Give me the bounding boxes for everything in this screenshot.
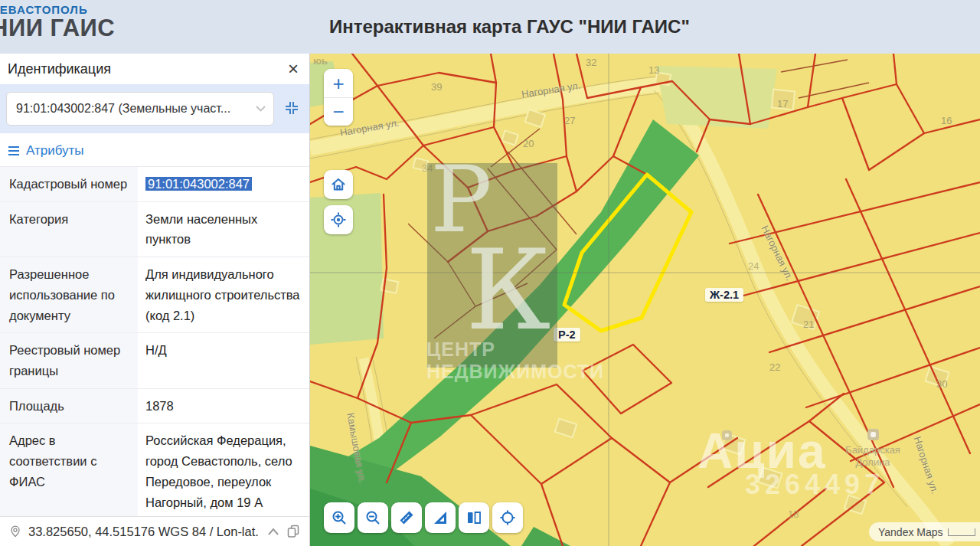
place-label: Байдарская Долина: [840, 444, 906, 469]
zoom-in-box-button[interactable]: [324, 502, 354, 533]
panel-header: Идентификация ×: [0, 54, 309, 84]
selected-cadastral-number: 91:01:043002:847: [145, 177, 252, 191]
parcel-number: 32: [586, 57, 596, 68]
area-measure-button[interactable]: [425, 502, 456, 533]
attr-value: 91:01:043002:847: [138, 167, 309, 201]
table-row: Категория Земли населенных пунктов: [0, 202, 309, 257]
map-canvas[interactable]: Нагорная ул. Нагорная ул. Нагорная ул. Н…: [310, 54, 980, 546]
coordinates-bar: 33.825650, 44.515176 WGS 84 / Lon-lat...: [0, 516, 309, 546]
chevron-down-icon: [256, 106, 266, 113]
watermark-letter: К: [466, 226, 550, 355]
list-icon: [8, 145, 20, 156]
coordinates-text: 33.825650, 44.515176 WGS 84 / Lon-lat...: [28, 525, 260, 539]
app-logo: СЕВАСТОПОЛЬ НИИ ГАИС: [0, 4, 115, 41]
home-icon: [330, 176, 347, 193]
attributes-link[interactable]: Атрибуты: [0, 133, 309, 166]
scale-bar: [948, 528, 975, 536]
center-map-button[interactable]: [492, 502, 523, 533]
ruler-button[interactable]: [391, 502, 422, 533]
set-square-icon: [432, 509, 449, 526]
parcel-number: 13: [648, 64, 659, 76]
parcel-number: 21: [803, 319, 814, 330]
watermark-caption: ЦЕНТР НЕДВИЖИМОСТИ: [426, 338, 618, 383]
feature-select-value: 91:01:043002:847 (Земельные участ...: [16, 102, 256, 116]
parcel-number: 20: [523, 138, 534, 149]
attributes-link-label: Атрибуты: [26, 143, 84, 159]
magnifier-plus-icon: [331, 509, 348, 526]
map-attribution: Yandex Maps: [869, 522, 980, 541]
attr-label: Категория: [0, 202, 138, 257]
partial-map-label: юь: [313, 55, 328, 67]
parcel-number: 16: [941, 115, 952, 126]
zoom-out-box-button[interactable]: [358, 502, 388, 533]
close-icon[interactable]: ×: [288, 60, 299, 78]
locate-icon: [330, 211, 347, 228]
attr-value: Российская Федерация, город Севастополь,…: [138, 423, 309, 519]
compare-layers-button[interactable]: [459, 502, 489, 533]
locate-button[interactable]: [324, 205, 353, 234]
attr-value: Земли населенных пунктов: [138, 202, 309, 257]
compare-icon: [466, 509, 482, 526]
collapse-icon: [283, 99, 301, 117]
page-title: Интерактивная карта ГАУС "НИИ ГАИС": [329, 0, 690, 54]
zone-label: Ж-2.1: [705, 288, 743, 302]
collapse-panel-button[interactable]: [280, 97, 303, 120]
parcel-number: 30: [936, 378, 947, 390]
zoom-out-button[interactable]: −: [324, 97, 353, 126]
attr-value: 1878: [138, 389, 309, 423]
location-pin-icon: [9, 525, 21, 538]
feature-selector-band: 91:01:043002:847 (Земельные участ...: [0, 84, 309, 133]
chevron-up-icon[interactable]: [266, 527, 280, 536]
poi-marker-icon: [867, 429, 879, 440]
map-toolbar: [324, 502, 523, 533]
crosshair-circle-icon: [499, 509, 516, 526]
logo-org: НИИ ГАИС: [0, 16, 115, 41]
copy-icon[interactable]: [287, 525, 300, 538]
magnifier-minus-icon: [364, 509, 381, 526]
table-row: Разрешенное использование по документу Д…: [0, 257, 309, 333]
table-row: Реестровый номер границы Н/Д: [0, 333, 309, 388]
parcel-number: 18: [788, 508, 799, 520]
table-row: Площадь 1878: [0, 389, 309, 424]
feature-select[interactable]: 91:01:043002:847 (Земельные участ...: [6, 92, 274, 126]
parcel-number: 39: [431, 81, 442, 93]
parcel-number: 24: [748, 260, 759, 272]
attr-label: Реестровый номер границы: [0, 333, 138, 387]
attr-value: Для индивидуального жилищного строительс…: [138, 257, 309, 332]
attr-value: Н/Д: [138, 333, 309, 387]
home-button[interactable]: [324, 170, 353, 199]
table-row: Адрес в соответствии с ФИАС Российская Ф…: [0, 423, 309, 520]
rk-watermark: Р К: [427, 163, 557, 368]
app-header: СЕВАСТОПОЛЬ НИИ ГАИС Интерактивная карта…: [0, 0, 980, 54]
ruler-icon: [398, 509, 415, 526]
attribution-text[interactable]: Yandex Maps: [869, 526, 943, 538]
parcel-number: 22: [769, 361, 780, 373]
attr-label: Адрес в соответствии с ФИАС: [0, 423, 138, 519]
attr-label: Кадастровый номер: [0, 167, 138, 201]
zoom-control: + −: [324, 69, 353, 126]
table-row: Кадастровый номер 91:01:043002:847: [0, 167, 309, 202]
attributes-table: Кадастровый номер 91:01:043002:847 Катег…: [0, 166, 309, 520]
identification-panel: Идентификация × 91:01:043002:847 (Земель…: [0, 54, 310, 546]
attr-label: Площадь: [0, 389, 138, 423]
attr-label: Разрешенное использование по документу: [0, 257, 138, 332]
parcel-number: 27: [564, 115, 575, 126]
cian-watermark-number: 3264497: [745, 469, 884, 501]
parcel-number: 17: [777, 98, 788, 110]
zoom-in-button[interactable]: +: [324, 69, 353, 97]
panel-title: Идентификация: [8, 61, 111, 77]
